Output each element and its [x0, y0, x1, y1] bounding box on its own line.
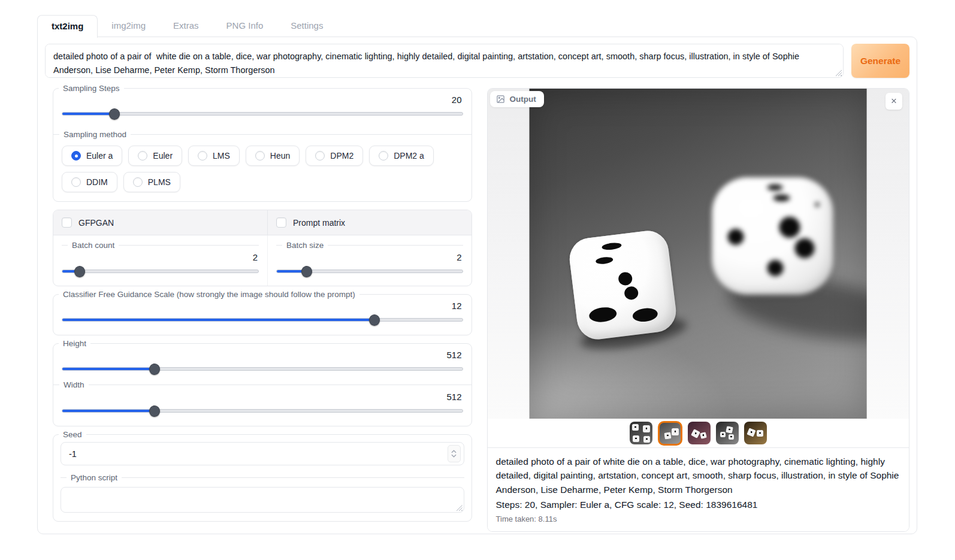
prompt-row: detailed photo of a pair of white die on… — [45, 44, 909, 78]
slider-track[interactable] — [62, 409, 463, 413]
settings-column: Sampling Steps 20 Sampling method — [53, 88, 472, 532]
slider-track[interactable] — [62, 112, 463, 116]
batch-count-label: Batch count — [62, 241, 259, 250]
radio-heun[interactable]: Heun — [246, 146, 300, 166]
slider-track[interactable] — [62, 318, 463, 322]
checkbox-row: GFPGAN Prompt matrix — [53, 210, 472, 235]
caption-prompt: detailed photo of a pair of white die on… — [496, 455, 900, 497]
radio-ddim[interactable]: DDIM — [62, 172, 117, 192]
radio-plms[interactable]: PLMS — [123, 172, 180, 192]
radio-icon — [138, 151, 147, 161]
slider-handle[interactable] — [109, 108, 120, 120]
batch-count-value: 2 — [62, 252, 258, 262]
batch-size-slider[interactable] — [276, 266, 463, 277]
batch-count-slider[interactable] — [62, 266, 259, 277]
cfg-scale-label: Classifier Free Guidance Scale (how stro… — [59, 289, 359, 301]
seed-stepper[interactable] — [448, 445, 461, 462]
die-blurred — [712, 177, 833, 295]
output-caption: detailed photo of a pair of white die on… — [488, 447, 909, 531]
gallery-thumbnail-2-selected[interactable] — [658, 421, 682, 446]
width-value: 512 — [62, 392, 462, 402]
radio-icon — [71, 177, 81, 187]
tab-extras[interactable]: Extras — [159, 15, 213, 37]
seed-block — [53, 435, 472, 473]
radio-lms[interactable]: LMS — [188, 146, 240, 166]
height-slider-block: 512 — [53, 344, 472, 380]
radio-icon — [379, 151, 388, 161]
height-slider[interactable] — [62, 364, 463, 374]
height-value: 512 — [62, 350, 462, 360]
slider-track[interactable] — [276, 270, 463, 273]
chevron-down-icon — [451, 454, 457, 458]
batch-options-group: GFPGAN Prompt matrix Batch count 2 — [53, 210, 472, 286]
batch-count-block: Batch count 2 — [53, 235, 268, 286]
radio-dpm2-a[interactable]: DPM2 a — [369, 146, 434, 166]
sampling-steps-slider-block: 20 — [53, 89, 472, 129]
seed-script-group: Seed Python script — [53, 434, 472, 522]
sampling-group: Sampling Steps 20 Sampling method — [53, 88, 472, 202]
caption-time-taken: Time taken: 8.11s — [496, 514, 900, 523]
die-in-focus — [567, 229, 678, 342]
gallery-thumbnail-4[interactable] — [716, 422, 739, 444]
slider-handle[interactable] — [369, 314, 380, 326]
width-slider-block: 512 — [53, 389, 472, 426]
cfg-scale-slider[interactable] — [62, 314, 463, 325]
python-script-input[interactable] — [61, 487, 464, 513]
seed-input-wrap — [61, 442, 464, 465]
radio-icon — [315, 151, 325, 161]
generate-button[interactable]: Generate — [851, 44, 909, 78]
radio-dpm2[interactable]: DPM2 — [306, 146, 363, 166]
dimensions-group: Height 512 Width 512 — [53, 343, 472, 426]
slider-track[interactable] — [62, 270, 259, 273]
slider-track[interactable] — [62, 367, 463, 371]
batch-size-block: Batch size 2 — [268, 235, 472, 286]
gallery-thumbnail-1[interactable] — [630, 422, 652, 444]
prompt-matrix-option[interactable]: Prompt matrix — [268, 210, 472, 235]
tab-img2img[interactable]: img2img — [98, 15, 159, 37]
cfg-scale-group: Classifier Free Guidance Scale (how stro… — [53, 294, 472, 335]
image-icon — [496, 95, 505, 104]
batch-size-value: 2 — [276, 252, 462, 262]
gfpgan-option[interactable]: GFPGAN — [53, 210, 268, 235]
close-icon[interactable]: × — [886, 93, 902, 110]
tab-txt2img[interactable]: txt2img — [37, 15, 98, 38]
output-panel-label: Output — [490, 91, 544, 107]
output-panel: Output × — [487, 88, 909, 532]
python-script-block — [61, 487, 464, 513]
cfg-scale-value: 12 — [62, 301, 462, 311]
sampling-method-label: Sampling method — [53, 130, 472, 139]
radio-icon — [133, 177, 143, 187]
chevron-up-icon — [451, 450, 457, 453]
seed-label: Seed — [59, 429, 86, 441]
slider-handle[interactable] — [149, 364, 160, 375]
radio-icon — [255, 151, 265, 161]
output-image[interactable] — [530, 89, 867, 419]
seed-input[interactable] — [61, 449, 448, 459]
gallery-thumbnail-3[interactable] — [688, 422, 711, 444]
prompt-matrix-label: Prompt matrix — [293, 218, 345, 228]
slider-handle[interactable] — [74, 266, 85, 277]
prompt-matrix-checkbox[interactable] — [276, 217, 286, 228]
width-label: Width — [53, 380, 472, 389]
sampling-method-radio-group: Euler a Euler LMS Heun DPM2 DPM2 a DDIM … — [53, 139, 472, 201]
output-gallery: Output × — [488, 89, 909, 419]
gfpgan-label: GFPGAN — [78, 218, 114, 228]
sampling-steps-slider[interactable] — [62, 108, 463, 119]
radio-euler[interactable]: Euler — [128, 146, 182, 166]
slider-handle[interactable] — [149, 405, 160, 417]
tab-settings[interactable]: Settings — [277, 15, 337, 37]
batch-sliders-row: Batch count 2 Batch size 2 — [53, 235, 472, 286]
radio-euler-a[interactable]: Euler a — [62, 146, 122, 166]
sampling-steps-label: Sampling Steps — [59, 83, 124, 95]
prompt-input[interactable]: detailed photo of a pair of white die on… — [45, 44, 844, 78]
radio-icon — [198, 151, 207, 161]
height-label: Height — [59, 338, 90, 350]
width-slider[interactable] — [62, 405, 463, 416]
output-column: Output × — [487, 88, 909, 532]
batch-size-label: Batch size — [276, 241, 463, 250]
tab-png-info[interactable]: PNG Info — [213, 15, 277, 37]
radio-icon — [71, 151, 81, 161]
slider-handle[interactable] — [301, 266, 312, 277]
gfpgan-checkbox[interactable] — [62, 217, 72, 228]
gallery-thumbnail-5[interactable] — [744, 422, 767, 444]
